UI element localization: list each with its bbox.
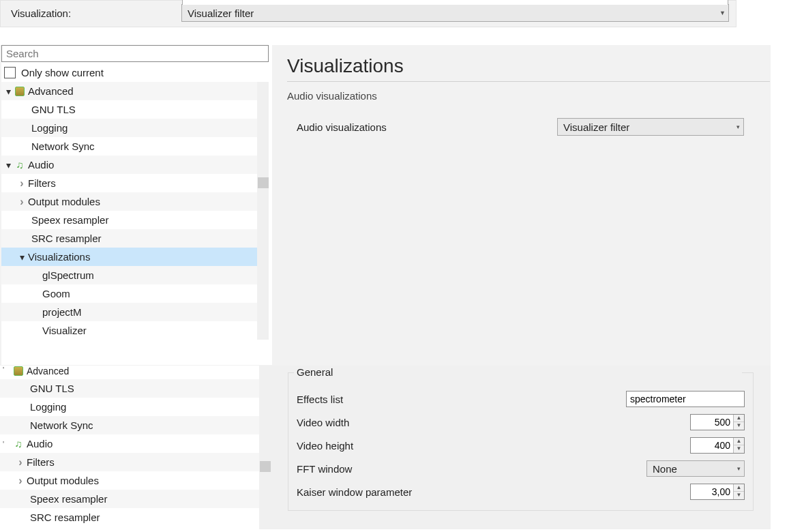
chevron-down-icon: ▾ (737, 465, 741, 472)
chevron-down-icon[interactable] (4, 160, 12, 171)
video-height-row: Video height ▲ ▼ (297, 434, 745, 457)
visualization-select-value: Visualizer filter (188, 8, 254, 19)
video-width-spinner[interactable]: ▲ ▼ (690, 414, 745, 430)
video-height-spinner[interactable]: ▲ ▼ (690, 437, 745, 454)
tree-item-audio-2[interactable]: ' ♫ Audio (0, 434, 259, 453)
kaiser-input[interactable] (691, 484, 733, 499)
tree-item-filters-2[interactable]: Filters (0, 453, 259, 471)
tree-item-output-modules-2[interactable]: Output modules (0, 471, 259, 490)
page-title: Visualizations (287, 55, 770, 77)
tree-label: Visualizations (28, 251, 90, 263)
settings-tree-pane-2: ' Advanced GNU TLS Logging Network Sync … (0, 366, 271, 529)
tree-label: Advanced (27, 366, 69, 376)
scrollbar-thumb[interactable] (258, 177, 269, 188)
chevron-down-icon: ▼ (719, 10, 726, 16)
gear-icon (14, 86, 25, 97)
tree-item-logging[interactable]: Logging (1, 119, 257, 137)
cutoff-row (288, 516, 754, 529)
tree-item-gnu-tls-2[interactable]: GNU TLS (0, 379, 259, 398)
tree-item-src-2[interactable]: SRC resampler (0, 508, 259, 527)
tree-label: SRC resampler (31, 233, 102, 244)
tree-scrollbar[interactable] (257, 82, 269, 340)
video-height-label: Video height (297, 440, 690, 452)
tree-label: Logging (30, 401, 66, 413)
tree-item-network-sync-2[interactable]: Network Sync (0, 416, 259, 434)
chevron-right-icon[interactable] (18, 177, 26, 190)
tree-label: glSpectrum (42, 269, 94, 281)
bullet-icon: ' (3, 440, 11, 448)
music-note-icon: ♫ (13, 439, 24, 449)
tree-item-output-modules[interactable]: Output modules (1, 192, 257, 211)
tree-label: Network Sync (31, 141, 95, 152)
effects-list-input[interactable] (626, 391, 745, 407)
bullet-icon: ' (3, 366, 11, 374)
tree-item-advanced-2[interactable]: ' Advanced (0, 366, 259, 379)
visualization-select[interactable]: Visualizer filter ▼ (181, 4, 729, 22)
tree-scrollbar-2[interactable] (259, 366, 271, 529)
video-width-row: Video width ▲ ▼ (297, 411, 745, 434)
visualization-label: Visualization: (8, 8, 181, 19)
tree-label: Audio (28, 159, 54, 171)
middle-section: Only show current Advanced GNU TLS Loggi… (0, 45, 771, 366)
spinner-buttons: ▲ ▼ (733, 415, 744, 430)
spinner-up-button[interactable]: ▲ (734, 438, 744, 445)
audio-visualizations-select[interactable]: Visualizer filter ▾ (557, 118, 744, 136)
spinner-up-button[interactable]: ▲ (734, 415, 744, 422)
spinner-down-button[interactable]: ▼ (734, 422, 744, 430)
chevron-right-icon[interactable] (18, 196, 26, 208)
audio-visualizations-label: Audio visualizations (297, 121, 557, 133)
tree-label: Logging (31, 122, 68, 134)
tree-item-projectm[interactable]: projectM (1, 303, 257, 321)
bottom-section: ' Advanced GNU TLS Logging Network Sync … (0, 366, 771, 529)
video-width-label: Video width (297, 417, 690, 428)
chevron-right-icon[interactable] (16, 475, 25, 487)
only-show-current-row[interactable]: Only show current (1, 63, 272, 82)
fft-window-label: FFT window (297, 463, 646, 475)
tree-item-logging-2[interactable]: Logging (0, 398, 259, 416)
chevron-right-icon[interactable] (16, 456, 25, 469)
tree-label: Speex resampler (30, 493, 107, 505)
tree-item-gnu-tls[interactable]: GNU TLS (1, 100, 257, 119)
tree-item-visualizer[interactable]: Visualizer (1, 321, 257, 340)
kaiser-spinner[interactable]: ▲ ▼ (690, 484, 745, 500)
tree-item-speex[interactable]: Speex resampler (1, 211, 257, 229)
effects-list-label: Effects list (297, 394, 626, 405)
only-show-current-checkbox[interactable] (4, 67, 16, 78)
section-subtitle: Audio visualizations (287, 90, 770, 102)
settings-tree: Advanced GNU TLS Logging Network Sync ♫ … (1, 82, 257, 340)
chevron-down-icon[interactable] (18, 252, 26, 263)
scrollbar-thumb[interactable] (260, 461, 271, 472)
settings-content-pane: Visualizations Audio visualizations Audi… (272, 46, 770, 365)
tree-label: Advanced (28, 85, 74, 97)
spinner-up-button[interactable]: ▲ (734, 484, 744, 492)
tree-label: SRC resampler (30, 512, 100, 523)
video-height-input[interactable] (691, 438, 733, 453)
search-input[interactable] (1, 45, 269, 62)
fieldset-legend: General (294, 366, 742, 378)
effects-list-row: Effects list (297, 387, 745, 411)
spinner-down-button[interactable]: ▼ (734, 492, 744, 499)
chevron-down-icon[interactable] (4, 86, 12, 97)
spinner-down-button[interactable]: ▼ (734, 445, 744, 453)
tree-item-filters[interactable]: Filters (1, 174, 257, 192)
kaiser-label: Kaiser window parameter (297, 486, 690, 498)
select-value: None (653, 463, 677, 475)
tree-item-audio[interactable]: ♫ Audio (1, 156, 257, 174)
tree-item-goom[interactable]: Goom (1, 284, 257, 303)
tree-label: Network Sync (30, 419, 93, 431)
tree-item-src[interactable]: SRC resampler (1, 229, 257, 248)
video-width-input[interactable] (691, 415, 733, 430)
tree-label: Speex resampler (31, 214, 108, 226)
tree-item-glspectrum[interactable]: glSpectrum (1, 266, 257, 284)
tree-item-network-sync[interactable]: Network Sync (1, 137, 257, 156)
visualization-row: Visualization: Visualizer filter ▼ (4, 1, 732, 22)
tree-container: Advanced GNU TLS Logging Network Sync ♫ … (1, 82, 272, 340)
tree-item-visualizations[interactable]: Visualizations (1, 248, 257, 266)
form-pane: General Effects list Video width ▲ ▼ Vid… (271, 366, 771, 529)
fft-window-select[interactable]: None ▾ (646, 460, 745, 477)
tree-item-speex-2[interactable]: Speex resampler (0, 490, 259, 508)
tree-item-advanced[interactable]: Advanced (1, 82, 257, 100)
audio-visualizations-row: Audio visualizations Visualizer filter ▾ (287, 118, 770, 136)
tree-label: Filters (27, 456, 55, 468)
gear-icon (13, 366, 24, 376)
